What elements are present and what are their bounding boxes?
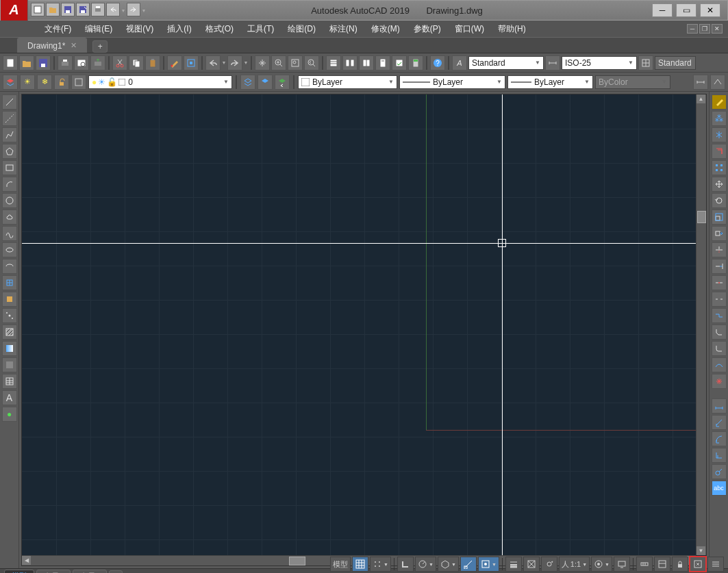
layer-combo[interactable]: ● ☀ 🔓 0 ▼ bbox=[88, 75, 232, 89]
menu-modify[interactable]: 修改(M) bbox=[364, 21, 407, 38]
region-icon[interactable] bbox=[2, 357, 17, 372]
rectangle-icon[interactable] bbox=[2, 160, 17, 175]
workspace-icon[interactable]: ▼ bbox=[591, 557, 612, 572]
point-icon[interactable] bbox=[2, 308, 17, 323]
stretch-icon[interactable] bbox=[712, 226, 727, 241]
plotstyle-combo[interactable]: ByColor ▼ bbox=[595, 75, 670, 89]
move-icon[interactable] bbox=[712, 177, 727, 192]
array-icon[interactable] bbox=[712, 160, 727, 175]
doc-minimize-button[interactable]: ─ bbox=[687, 24, 698, 34]
blend-icon[interactable] bbox=[712, 357, 727, 372]
color-combo[interactable]: ByLayer ▼ bbox=[298, 75, 397, 89]
menu-format[interactable]: 格式(O) bbox=[199, 21, 240, 38]
qat-undo-icon[interactable] bbox=[106, 3, 120, 16]
lineweight-toggle-icon[interactable] bbox=[505, 557, 522, 572]
ortho-toggle-icon[interactable] bbox=[397, 557, 414, 572]
break-at-point-icon[interactable] bbox=[712, 275, 727, 290]
osnap-settings-icon[interactable]: ▼ bbox=[478, 557, 499, 572]
file-tab-close-icon[interactable]: ✕ bbox=[71, 41, 77, 50]
mtext-icon[interactable]: A bbox=[2, 390, 17, 405]
erase-icon[interactable] bbox=[712, 94, 727, 110]
rotate-icon[interactable] bbox=[712, 193, 727, 208]
menu-parametric[interactable]: 参数(P) bbox=[407, 21, 448, 38]
table-icon[interactable] bbox=[2, 374, 17, 389]
cycling-icon[interactable] bbox=[541, 557, 557, 572]
layer-state-icon[interactable] bbox=[240, 75, 255, 90]
undo-icon[interactable] bbox=[205, 55, 221, 71]
clean-screen-icon[interactable] bbox=[690, 557, 706, 572]
close-button[interactable]: ✕ bbox=[700, 3, 720, 17]
quick-properties-icon[interactable] bbox=[654, 557, 670, 572]
layer-freeze-icon[interactable]: ❄ bbox=[37, 75, 52, 90]
trim-icon[interactable] bbox=[712, 242, 727, 257]
osnap-toggle-icon[interactable] bbox=[460, 557, 477, 572]
copy-icon[interactable] bbox=[129, 55, 144, 71]
zoom-window-icon[interactable] bbox=[288, 55, 303, 71]
qat-undo-dropdown[interactable]: ▼ bbox=[121, 3, 125, 18]
file-tab-add-button[interactable]: + bbox=[92, 40, 108, 53]
gradient-icon[interactable] bbox=[2, 341, 17, 356]
table-style-combo[interactable]: Standard bbox=[655, 56, 696, 70]
menu-help[interactable]: 帮助(H) bbox=[491, 21, 533, 38]
app-logo[interactable]: A bbox=[1, 0, 28, 21]
polyline-icon[interactable] bbox=[2, 127, 17, 142]
markup-icon[interactable] bbox=[392, 55, 407, 71]
units-icon[interactable] bbox=[636, 557, 653, 572]
scroll-down-icon[interactable]: ▼ bbox=[696, 546, 705, 555]
minimize-button[interactable]: ─ bbox=[652, 3, 673, 17]
lock-ui-icon[interactable] bbox=[672, 557, 688, 572]
explode-icon[interactable] bbox=[712, 374, 727, 389]
qat-redo-dropdown[interactable]: ▼ bbox=[142, 3, 146, 18]
match-properties-icon[interactable] bbox=[167, 55, 182, 71]
grid-toggle-icon[interactable] bbox=[352, 557, 368, 572]
continue-dim-icon[interactable] bbox=[710, 75, 725, 90]
qat-saveas-icon[interactable] bbox=[76, 3, 90, 16]
layer-iso-icon[interactable] bbox=[258, 75, 273, 90]
text-style-combo[interactable]: Standard▼ bbox=[468, 56, 544, 70]
snap-toggle-icon[interactable]: ▼ bbox=[370, 557, 391, 572]
qat-plot-icon[interactable] bbox=[91, 3, 105, 16]
plot-icon[interactable] bbox=[58, 55, 73, 71]
menu-view[interactable]: 视图(V) bbox=[119, 21, 160, 38]
menu-draw[interactable]: 绘图(D) bbox=[281, 21, 323, 38]
layout2-tab[interactable]: 布局2 bbox=[73, 570, 107, 574]
break-icon[interactable] bbox=[712, 292, 727, 307]
dim-linear-icon[interactable] bbox=[712, 398, 727, 413]
circle-icon[interactable] bbox=[2, 193, 17, 208]
annotation-monitor-icon[interactable] bbox=[614, 557, 630, 572]
copy-obj-icon[interactable]: ⁂ bbox=[712, 111, 727, 126]
zoom-realtime-icon[interactable] bbox=[271, 55, 286, 71]
linetype-combo[interactable]: ByLayer ▼ bbox=[399, 75, 505, 89]
doc-restore-button[interactable]: ❐ bbox=[699, 24, 710, 34]
offset-icon[interactable] bbox=[712, 144, 727, 159]
join-icon[interactable] bbox=[712, 308, 727, 323]
layer-properties-icon[interactable] bbox=[3, 75, 18, 90]
ellipse-icon[interactable] bbox=[2, 242, 17, 257]
qat-redo-icon[interactable] bbox=[127, 3, 140, 16]
polar-toggle-icon[interactable]: ▼ bbox=[415, 557, 436, 572]
save-icon[interactable] bbox=[36, 55, 51, 71]
dim-radius-icon[interactable] bbox=[712, 464, 727, 479]
construction-line-icon[interactable] bbox=[2, 111, 17, 126]
menu-insert[interactable]: 插入(I) bbox=[160, 21, 198, 38]
menu-tools[interactable]: 工具(T) bbox=[240, 21, 281, 38]
arc-icon[interactable] bbox=[2, 177, 17, 192]
redo-dropdown[interactable]: ▼ bbox=[244, 55, 248, 71]
table-style-icon[interactable] bbox=[638, 55, 653, 71]
layout-add-button[interactable]: + bbox=[109, 570, 123, 574]
block-editor-icon[interactable] bbox=[184, 55, 199, 71]
menu-dimension[interactable]: 标注(N) bbox=[323, 21, 364, 38]
line-icon[interactable] bbox=[2, 94, 17, 110]
model-space-button[interactable]: 模型 bbox=[330, 557, 351, 572]
cut-icon[interactable] bbox=[112, 55, 127, 71]
dim-aligned-icon[interactable] bbox=[712, 415, 727, 430]
layer-prev-icon[interactable] bbox=[275, 75, 290, 90]
file-tab-drawing1[interactable]: Drawing1* ✕ bbox=[17, 38, 87, 53]
dim-ordinate-icon[interactable] bbox=[712, 448, 727, 463]
sheet-set-icon[interactable] bbox=[375, 55, 390, 71]
hscroll-thumb[interactable] bbox=[289, 557, 305, 565]
add-selected-icon[interactable]: ● bbox=[2, 407, 17, 422]
qat-save-icon[interactable] bbox=[61, 3, 75, 16]
layer-lock-icon[interactable] bbox=[54, 75, 69, 90]
lineweight-combo[interactable]: ByLayer ▼ bbox=[507, 75, 593, 89]
